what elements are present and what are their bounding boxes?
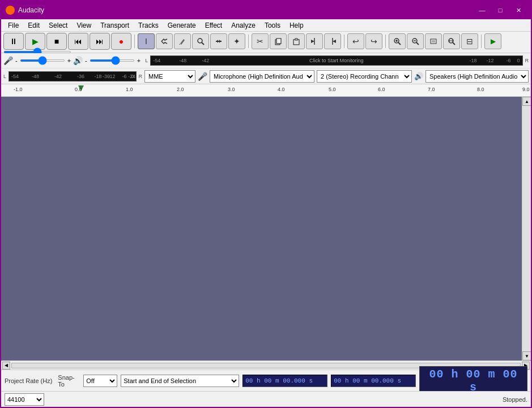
host-select[interactable]: MME Windows DirectSound Windows WASAPI — [144, 70, 195, 83]
track-container: ▲ ▼ — [1, 97, 531, 360]
copy-button[interactable] — [270, 33, 287, 49]
vu-output-meter[interactable]: -54 -48 -42 -36 -30 -24 -18 -12 -6 0 — [8, 71, 136, 81]
main-toolbar: ⏸ ▶ ■ ⏮ ⏭ ● I ✦ ✂ — [1, 32, 531, 53]
speakers-select[interactable]: Speakers (High Definition Audio — [425, 70, 529, 83]
track-area[interactable] — [1, 97, 531, 360]
maximize-button[interactable]: □ — [492, 5, 508, 16]
status-row: 44100 22050 48000 Stopped. — [1, 391, 531, 407]
menu-analyze[interactable]: Analyze — [227, 20, 260, 31]
ruler-mark-2: 2.0 — [177, 87, 184, 92]
silence-button[interactable] — [324, 33, 341, 49]
menu-effect[interactable]: Effect — [201, 20, 227, 31]
draw-tool-button[interactable] — [174, 33, 191, 49]
menu-help[interactable]: Help — [285, 20, 308, 31]
mic-vol-min: - — [15, 57, 18, 64]
mic-volume-slider[interactable] — [20, 59, 65, 62]
minimize-button[interactable]: — — [474, 5, 490, 16]
channels-select[interactable]: 2 (Stereo) Recording Chann 1 (Mono) Reco… — [317, 70, 412, 83]
svg-marker-10 — [311, 40, 314, 43]
vertical-scrollbar: ▲ ▼ — [522, 97, 531, 360]
mic-device-select[interactable]: Microphone (High Definition Aud — [210, 70, 314, 83]
mic-vu-row: 🎤 - + 🔊 - + L -54 -48 -42 -18 -12 -6 0 C… — [1, 53, 531, 68]
svg-rect-21 — [432, 40, 435, 42]
vu-lr-input-label: L — [145, 58, 148, 63]
selection-start-field[interactable] — [242, 375, 327, 387]
ruler-mark-1: 1.0 — [126, 87, 133, 92]
menu-file[interactable]: File — [3, 20, 23, 31]
close-button[interactable]: ✕ — [510, 5, 526, 16]
zoom-out2-button[interactable]: ⊟ — [461, 33, 478, 49]
vscroll-track[interactable] — [522, 106, 531, 351]
vu-device-panel: 🎤 - + 🔊 - + L -54 -48 -42 -18 -12 -6 0 C… — [1, 53, 531, 84]
svg-line-23 — [453, 42, 455, 45]
menu-tracks[interactable]: Tracks — [134, 20, 163, 31]
undo-button[interactable]: ↩ — [347, 33, 364, 49]
paste-button[interactable] — [288, 33, 305, 49]
menu-generate[interactable]: Generate — [163, 20, 201, 31]
redo-button[interactable]: ↪ — [365, 33, 382, 49]
mic-vol-max: + — [67, 57, 71, 64]
ruler-mark-7: 7.0 — [428, 87, 435, 92]
svg-marker-12 — [333, 40, 336, 43]
slide-tool-button[interactable] — [210, 33, 227, 49]
svg-line-14 — [398, 42, 401, 45]
svg-point-0 — [198, 38, 202, 43]
project-rate-label: Project Rate (Hz) — [5, 377, 52, 384]
svg-marker-4 — [219, 40, 221, 43]
play-speed-button[interactable]: ▶ — [484, 33, 501, 49]
vu-input-meter[interactable]: -54 -48 -42 -18 -12 -6 0 Click to Start … — [150, 55, 522, 66]
menu-tools[interactable]: Tools — [260, 20, 285, 31]
envelope-tool-button[interactable] — [156, 33, 173, 49]
ruler-mark-4: 4.0 — [278, 87, 285, 92]
ruler-mark-3: 3.0 — [228, 87, 235, 92]
ruler-mark-n1: -1.0 — [14, 87, 23, 92]
ruler-mark-9: 9.0 — [522, 87, 530, 92]
menu-select[interactable]: Select — [44, 20, 72, 31]
ruler-mark-5: 5.0 — [329, 87, 336, 92]
ruler-mark-8: 8.0 — [477, 87, 484, 92]
multi-tool-button[interactable]: ✦ — [228, 33, 245, 49]
svg-marker-3 — [216, 40, 218, 43]
trim-button[interactable] — [306, 33, 323, 49]
app-window: Audacity — □ ✕ File Edit Select View Tra… — [0, 0, 532, 408]
record-button[interactable]: ● — [111, 33, 131, 50]
zoom-selection-button[interactable] — [425, 33, 442, 49]
snap-to-select[interactable]: Off Nearest Prior — [83, 375, 117, 387]
ruler-mark-0: 0.0 — [75, 87, 82, 92]
separator-4 — [385, 35, 386, 48]
speaker-icon: 🔊 — [73, 56, 83, 65]
status-text: Stopped. — [503, 396, 527, 403]
separator-5 — [481, 35, 482, 48]
skip-forward-button[interactable]: ⏭ — [90, 33, 110, 50]
svg-rect-8 — [295, 38, 297, 40]
selection-end-field[interactable] — [331, 375, 416, 387]
menu-edit[interactable]: Edit — [23, 20, 44, 31]
bottom-toolbar: Project Rate (Hz) Snap-To Off Nearest Pr… — [1, 370, 531, 391]
zoom-fit-button[interactable] — [443, 33, 460, 49]
speaker-device-row: L -54 -48 -42 -36 -30 -24 -18 -12 -6 0 R… — [1, 68, 531, 84]
ruler-mark-6: 6.0 — [378, 87, 385, 92]
select-tool-button[interactable]: I — [138, 33, 155, 49]
selection-format-select[interactable]: Start and End of Selection Start and Len… — [121, 375, 239, 387]
speaker-vol-max: + — [137, 57, 141, 64]
svg-rect-6 — [276, 38, 281, 44]
zoom-out-button[interactable] — [407, 33, 424, 49]
speaker-vol-min: - — [85, 57, 87, 64]
window-controls: — □ ✕ — [474, 5, 526, 16]
separator-2 — [248, 35, 249, 48]
cut-button[interactable]: ✂ — [252, 33, 269, 49]
svg-line-18 — [416, 42, 419, 45]
project-rate-select[interactable]: 44100 22050 48000 — [5, 393, 44, 406]
zoom-tool-button[interactable] — [192, 33, 209, 49]
separator-3 — [344, 35, 344, 48]
speaker-volume-slider[interactable] — [90, 59, 135, 62]
menu-bar: File Edit Select View Transport Tracks G… — [1, 19, 531, 32]
zoom-in-button[interactable] — [389, 33, 406, 49]
speakers-device-icon: 🔊 — [414, 72, 423, 80]
monitor-text: Click to Start Monitoring — [309, 58, 364, 63]
scroll-left-button[interactable]: ◀ — [2, 362, 10, 370]
scroll-down-button[interactable]: ▼ — [522, 351, 531, 360]
menu-transport[interactable]: Transport — [96, 20, 134, 31]
menu-view[interactable]: View — [72, 20, 96, 31]
scroll-up-button[interactable]: ▲ — [522, 97, 531, 106]
